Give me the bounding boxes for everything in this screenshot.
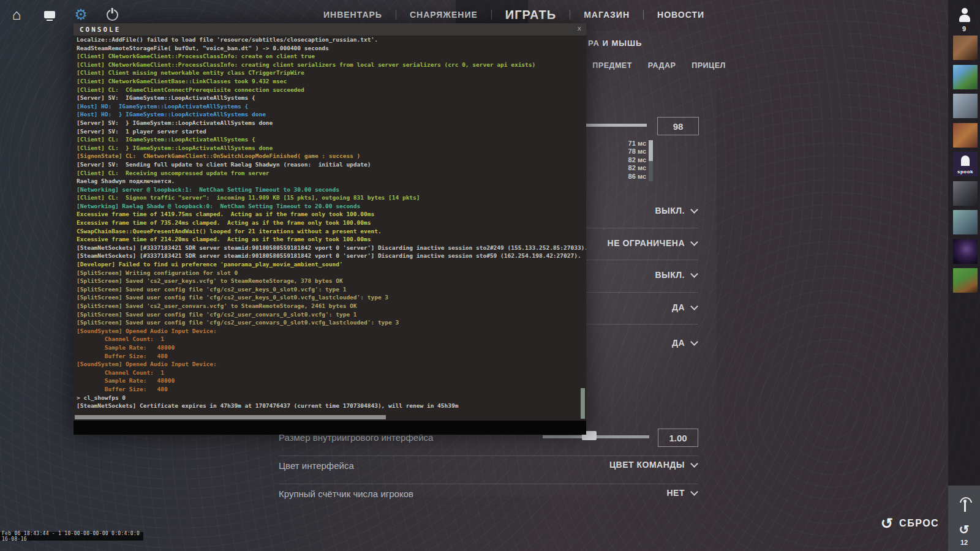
console-log-line: [Server] SV: IGameSystem::LoopActivateAl… [77,94,586,102]
tab-radar[interactable]: РАДАР [648,61,676,70]
ping-scrollbar-thumb[interactable] [649,140,653,161]
setting-dropdown[interactable]: НЕ ОГРАНИЧЕНА [608,238,697,248]
reset-settings-button[interactable]: ↺ СБРОС [881,516,939,531]
close-console-button[interactable]: x [577,25,581,32]
console-log-line: [Server] SV: } IGameSystem::LoopActivate… [77,119,586,127]
console-log-line: Excessive frame time of 735.24ms clamped… [77,219,586,227]
player-count-dropdown[interactable]: НЕТ [667,488,698,498]
chevron-down-icon [690,270,698,278]
chevron-down-icon [690,206,698,214]
nav-separator [643,10,644,20]
nav-loadout[interactable]: СНАРЯЖЕНИЕ [410,10,478,20]
friend-avatar-dark-sparkle[interactable] [953,239,978,264]
ping-list: 71 мс 78 мс 82 мс 82 мс 86 мс [585,140,646,181]
friend-avatar-anime-crowd[interactable] [953,123,978,148]
console-log-line: [Client] CL: CGameClientConnectPrerequis… [77,86,586,94]
dropdown-value: ЦВЕТ КОМАНДЫ [609,460,685,470]
ping-entry: 71 мс [585,140,646,148]
friend-avatar-bodybuilder[interactable] [953,36,978,60]
hud-color-dropdown[interactable]: ЦВЕТ КОМАНДЫ [609,460,697,470]
console-log-line: [SteamNetSockets] Certificate expires in… [77,402,586,410]
console-log-line: [Client] CNetworkGameClient::ProcessClas… [77,61,586,69]
hud-scale-value-box[interactable]: 1.00 [658,429,698,447]
setting-label-player-count: Крупный счётчик числа игроков [279,489,413,499]
nav-separator [570,10,570,20]
console-log-line: [SoundSystem] Opened Audio Input Device: [77,360,586,369]
nav-separator [396,10,396,20]
history-clock-icon: ↺ [959,523,970,536]
console-log-line: [SplitScreen] Saved user config file 'cf… [77,293,586,302]
console-log-area: Localize::AddFile() failed to load file … [74,36,586,421]
console-log-line: Buffer Size: 480 [77,385,586,394]
tv-icon [44,11,55,18]
console-header[interactable]: CONSOLE x [74,23,586,36]
dropdown-value: ДА [672,302,685,312]
dropdown-value: НЕТ [667,488,685,498]
friend-avatar-cowboy-cartoon[interactable] [953,65,978,89]
console-log-line: [Networking] Raelag Shadw @ loopback:0: … [77,202,586,211]
friend-avatar-green-hair[interactable] [953,268,978,293]
console-log-line: [Client] CL: Receiving uncompressed upda… [77,169,586,178]
reset-label: СБРОС [899,518,939,529]
console-log-line: Sample Rate: 48000 [77,377,586,385]
console-log-line: [SplitScreen] Saved 'cs2_user_keys.vcfg'… [77,277,586,285]
watch-button[interactable] [40,0,59,29]
dropdown-value: ВЫКЛ. [655,270,685,280]
nav-news[interactable]: НОВОСТИ [657,10,704,20]
setting-dropdown[interactable]: ВЫКЛ. [655,206,697,216]
nav-play[interactable]: ИГРАТЬ [505,8,556,22]
ping-entry: 78 мс [585,148,646,156]
dropdown-value: НЕ ОГРАНИЧЕНА [608,238,685,248]
console-log-line: [Client] CL: IGameSystem::LoopActivateAl… [77,135,586,144]
row-divider [279,455,698,456]
friend-avatar-sunglasses-portrait[interactable] [953,181,978,206]
console-horizontal-scrollbar[interactable] [75,415,386,419]
console-log-line: Localize::AddFile() failed to load file … [77,36,586,44]
chevron-down-icon [690,302,698,310]
maxping-value-box[interactable]: 98 [657,117,699,135]
console-log-line: [Server] SV: 1 player server started [77,127,586,136]
console-log-line: [Host] HO: IGameSystem::LoopActivateAllS… [77,102,586,111]
console-log-line: [SplitScreen] Writing configuration for … [77,269,586,277]
console-log-line: [Client] CL: Signon traffic "server": in… [77,193,586,202]
setting-dropdown[interactable]: ВЫКЛ. [655,270,697,280]
setting-dropdown[interactable]: ДА [672,302,697,312]
console-log-line: [SplitScreen] Saved 'cs2_user_convars.vc… [77,302,586,310]
cs2-settings-screen: РА И МЫШЬ З ПРЕДМЕТ РАДАР ПРИЦЕЛ 98 71 м… [0,0,980,551]
friend-avatar-spook-ghost[interactable]: spook [953,152,978,176]
console-log-line: [Networking] server @ loopback:1: NetCha… [77,186,586,194]
console-log-line: Excessive frame time of 1419.75ms clampe… [77,210,586,219]
chevron-down-icon [690,488,698,496]
maxping-value: 98 [673,121,684,132]
ping-entry: 82 мс [585,156,646,164]
nav-inventory[interactable]: ИНВЕНТАРЬ [323,10,382,20]
chevron-down-icon [690,338,698,346]
console-log-line: [SplitScreen] Saved user config file 'cf… [77,310,586,319]
recent-players-count: 12 [948,539,980,546]
console-log-line: [Client] CNetworkGameClientBase::LinkCla… [77,77,586,86]
console-vertical-scrollbar[interactable] [581,388,585,419]
friend-avatar-street-photo[interactable] [953,94,978,118]
gear-icon: ⚙ [74,7,88,22]
developer-console-window: CONSOLE x Localize::AddFile() failed to … [74,23,586,435]
console-log-line: [Client] Client missing networkable enti… [77,69,586,77]
friends-icon[interactable] [958,8,971,23]
tab-item[interactable]: ПРЕДМЕТ [592,61,631,70]
ping-entry: 82 мс [585,164,646,172]
friend-avatar-wolf-art[interactable] [953,210,978,234]
home-button[interactable]: ⌂ [7,0,26,29]
console-log-line: CSwapChainBase::QueuePresentAndWait() lo… [77,227,586,236]
console-log-line: [SteamNetSockets] [#3337183421 SDR serve… [77,252,586,260]
console-log-lines: Localize::AddFile() failed to load file … [77,36,586,410]
console-log-line: [Developer] Failed to find ui preference… [77,260,586,269]
console-title: CONSOLE [80,26,121,34]
broadcast-icon[interactable] [957,496,972,512]
tab-crosshair[interactable]: ПРИЦЕЛ [692,61,726,70]
console-input-bar[interactable] [74,421,586,435]
recent-players-button[interactable]: ↺ [948,523,980,536]
nav-store[interactable]: МАГАЗИН [584,10,630,20]
home-icon: ⌂ [12,7,21,22]
avatar-text-label: spook [957,169,973,174]
setting-dropdown[interactable]: ДА [672,338,697,348]
ping-entry: 86 мс [585,173,646,181]
